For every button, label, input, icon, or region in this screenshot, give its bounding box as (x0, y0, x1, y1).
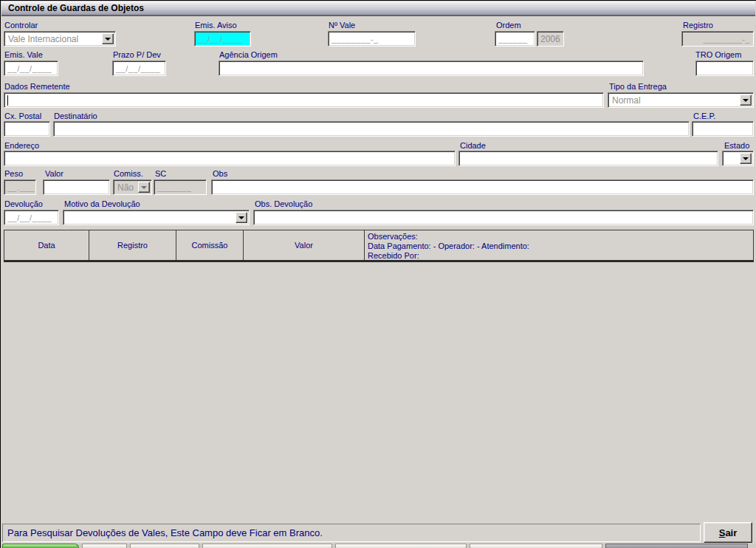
grid-col-registro: Registro (89, 230, 176, 260)
motivo-devolucao-dropdown-arrow[interactable] (236, 212, 247, 223)
estado-select[interactable] (722, 151, 754, 166)
estado-dropdown-arrow[interactable] (740, 153, 752, 164)
registro-mask: ________-_ (703, 35, 750, 44)
cx-postal-field[interactable] (4, 121, 50, 137)
chevron-down-icon (743, 157, 749, 160)
cidade-label: Cidade (460, 141, 486, 150)
destinatario-label: Destinatário (54, 112, 97, 120)
sair-button[interactable]: Sair (704, 522, 752, 543)
tro-origem-label: TRO Origem (695, 50, 741, 59)
no-vale-mask: ________-_ (331, 35, 379, 44)
grid-obs-line-3: Recebido Por: (368, 251, 419, 261)
valor-label: Valor (45, 169, 63, 178)
agencia-origem-label: Agência Origem (219, 50, 278, 59)
obs-devolucao-label: Obs. Devolução (255, 199, 312, 208)
grid-col-valor: Valor (244, 230, 365, 260)
emis-aviso-mask: __/__/____ (198, 35, 242, 44)
results-grid-header: Data Registro Comissão Valor Observações… (4, 230, 754, 262)
registro-label: Registro (683, 21, 713, 30)
taskbar-button[interactable] (130, 544, 199, 548)
text-caret (7, 95, 8, 106)
emis-vale-mask: __/__/____ (7, 64, 52, 73)
dados-remetente-label: Dados Remetente (4, 82, 70, 91)
cep-field[interactable] (692, 121, 754, 137)
grid-obs-line-2: Data Pagamento: - Operador: - Atendiment… (368, 242, 529, 251)
grid-col-observacoes: Observações: Data Pagamento: - Operador:… (365, 230, 753, 260)
comiss-dropdown-arrow (138, 182, 150, 193)
sc-label: SC (155, 169, 166, 178)
peso-label: Peso (4, 169, 23, 178)
devolucao-mask: __/__/____ (7, 213, 52, 222)
prazo-dev-field[interactable]: __/__/____ (112, 61, 166, 76)
comiss-value: Não (117, 182, 134, 193)
taskbar-button-active[interactable] (605, 544, 748, 548)
obs-field[interactable] (211, 179, 754, 195)
obs-label: Obs (213, 169, 227, 178)
taskbar-button[interactable] (202, 544, 332, 548)
peso-field: __.___ (4, 179, 36, 195)
tipo-entrega-label: Tipo da Entrega (609, 82, 667, 91)
emis-vale-label: Emis. Vale (4, 50, 43, 59)
chevron-down-icon (743, 99, 749, 102)
no-vale-field[interactable]: ________-_ (328, 31, 416, 47)
ordem-year-field: 2006 (537, 31, 564, 47)
motivo-devolucao-label: Motivo da Devolução (64, 199, 140, 208)
cx-postal-label: Cx. Postal (4, 112, 41, 120)
controlar-dropdown-arrow[interactable] (102, 33, 114, 44)
ordem-label: Ordem (496, 21, 521, 30)
taskbar-button[interactable] (82, 544, 127, 548)
agencia-origem-field[interactable] (219, 61, 644, 76)
estado-label: Estado (724, 141, 749, 150)
controlar-value: Vale Internacional (8, 34, 78, 44)
ordem-mask: ______ (498, 35, 528, 44)
tipo-entrega-value: Normal (612, 95, 641, 106)
app-window: Controle de Guardas de Objetos Controlar… (0, 0, 756, 548)
motivo-devolucao-select[interactable] (63, 210, 250, 225)
endereco-label: Endereço (4, 141, 39, 150)
sc-field: _______ (154, 179, 207, 195)
tipo-entrega-dropdown-arrow[interactable] (740, 95, 752, 106)
tipo-entrega-select[interactable]: Normal (608, 92, 754, 108)
ordem-field[interactable]: ______ (495, 31, 535, 47)
prazo-dev-mask: __/__/____ (116, 64, 160, 73)
tro-origem-field[interactable] (695, 61, 754, 76)
start-button[interactable] (2, 544, 79, 548)
destinatario-field[interactable] (53, 121, 690, 137)
title-bar: Controle de Guardas de Objetos (1, 1, 755, 16)
controlar-select[interactable]: Vale Internacional (4, 31, 116, 47)
cidade-field[interactable] (458, 151, 718, 166)
devolucao-field[interactable]: __/__/____ (4, 210, 59, 225)
grid-col-data: Data (4, 230, 89, 260)
chevron-down-icon (141, 186, 147, 189)
controlar-label: Controlar (4, 21, 38, 30)
devolucao-label: Devolução (4, 199, 43, 208)
ordem-year-value: 2006 (540, 34, 560, 44)
comiss-label: Comiss. (114, 169, 143, 178)
taskbar (1, 544, 756, 548)
sair-button-label: Sair (719, 527, 738, 538)
prazo-dev-label: Prazo P/ Dev (113, 50, 161, 59)
sc-mask: _______ (157, 183, 191, 192)
cep-label: C.E.P. (693, 112, 715, 120)
registro-field: ________-_ (681, 31, 754, 47)
emis-aviso-field[interactable]: __/__/____ (194, 31, 251, 47)
obs-devolucao-field[interactable] (253, 210, 754, 225)
status-message: Para Pesquisar Devoluções de Vales, Este… (7, 527, 323, 538)
taskbar-button[interactable] (470, 544, 602, 548)
status-bar: Para Pesquisar Devoluções de Vales, Este… (2, 524, 701, 542)
no-vale-label: Nº Vale (329, 21, 355, 30)
emis-aviso-label: Emis. Aviso (195, 21, 237, 30)
peso-mask: __.___ (7, 183, 35, 192)
grid-obs-line-1: Observações: (368, 232, 418, 242)
valor-field[interactable] (43, 179, 110, 195)
taskbar-button[interactable] (335, 544, 467, 548)
chevron-down-icon (105, 38, 111, 41)
dados-remetente-field[interactable] (4, 92, 604, 108)
grid-col-comissao: Comissão (176, 230, 244, 260)
endereco-field[interactable] (4, 151, 456, 166)
emis-vale-field[interactable]: __/__/____ (4, 61, 58, 76)
window-title: Controle de Guardas de Objetos (8, 3, 144, 13)
chevron-down-icon (238, 216, 244, 219)
comiss-select: Não (113, 179, 152, 195)
